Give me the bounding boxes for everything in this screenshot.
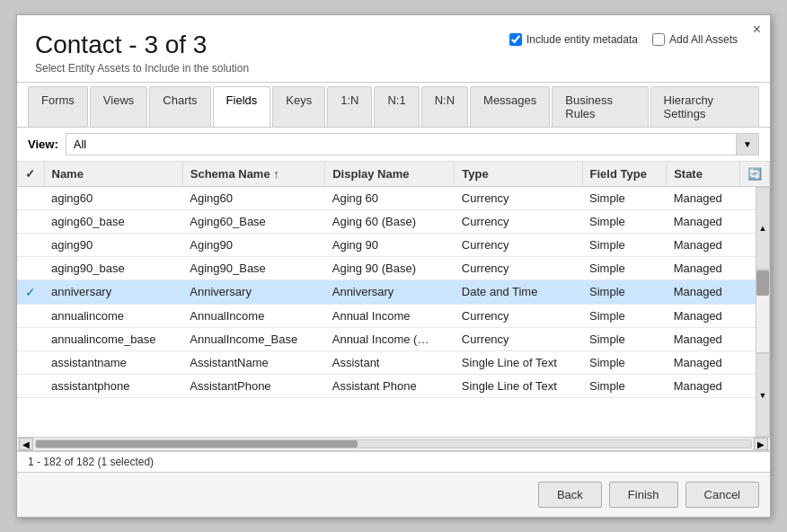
main-dialog: × Contact - 3 of 3 Select Entity Assets … [16, 14, 771, 518]
tab-n1[interactable]: N:1 [374, 86, 419, 127]
cell-schema_name: Aging60_Base [182, 209, 324, 233]
cell-name: aging90 [44, 233, 182, 256]
cell-name: assistantphone [44, 374, 182, 397]
cell-field_type: Simple [582, 374, 667, 397]
tab-hierarchy-settings[interactable]: Hierarchy Settings [650, 86, 760, 127]
table-row[interactable]: aging60_baseAging60_BaseAging 60 (Base)C… [17, 209, 770, 233]
col-state[interactable]: State [667, 162, 740, 187]
cell-display_name: Annual Income (… [325, 327, 455, 350]
table-row[interactable]: aging60Aging60Aging 60CurrencySimpleMana… [17, 186, 770, 209]
table-row[interactable]: aging90_baseAging90_BaseAging 90 (Base)C… [17, 256, 770, 279]
cell-name: anniversary [44, 279, 182, 304]
cell-type: Currency [455, 209, 582, 233]
tab-messages[interactable]: Messages [470, 86, 550, 127]
scroll-right-button[interactable]: ▶ [754, 438, 768, 450]
cell-display_name: Aging 60 [325, 186, 455, 209]
vscroll-track[interactable] [756, 270, 770, 353]
cell-type: Currency [455, 256, 582, 279]
tab-forms[interactable]: Forms [28, 86, 88, 127]
cell-display_name: Annual Income [325, 304, 455, 327]
cell-schema_name: AssistantPhone [182, 374, 324, 397]
view-select-wrapper: All ▼ [66, 133, 759, 155]
row-check[interactable] [17, 233, 44, 256]
horizontal-scrollbar[interactable]: ◀ ▶ [17, 437, 770, 451]
cell-type: Single Line of Text [455, 350, 582, 374]
hscroll-track[interactable] [35, 439, 752, 448]
finish-button[interactable]: Finish [609, 482, 678, 508]
cell-state: Managed [667, 327, 740, 350]
cell-state: Managed [667, 209, 740, 233]
tab-1n[interactable]: 1:N [327, 86, 372, 127]
table-row[interactable]: annualincome_baseAnnualIncome_BaseAnnual… [17, 327, 770, 350]
col-schema-name[interactable]: Schema Name ↑ [182, 162, 324, 187]
close-button[interactable]: × [753, 22, 761, 37]
col-name[interactable]: Name [44, 162, 182, 187]
cancel-button[interactable]: Cancel [685, 482, 759, 508]
add-all-assets-label[interactable]: Add All Assets [652, 33, 738, 46]
table-row[interactable]: annualincomeAnnualIncomeAnnual IncomeCur… [17, 304, 770, 327]
add-all-assets-checkbox[interactable] [652, 33, 665, 46]
cell-state: Managed [667, 233, 740, 256]
col-refresh[interactable]: 🔄 [740, 162, 770, 187]
tab-keys[interactable]: Keys [272, 86, 325, 127]
row-check[interactable] [17, 304, 44, 327]
tab-nn[interactable]: N:N [421, 86, 468, 127]
cell-schema_name: AnnualIncome [182, 304, 324, 327]
tab-business-rules[interactable]: Business Rules [552, 86, 648, 127]
cell-name: assistantname [44, 350, 182, 374]
fields-table: ✓ Name Schema Name ↑ Display Name Type F… [17, 162, 770, 398]
cell-field_type: Simple [582, 279, 667, 304]
cell-field_type: Simple [582, 350, 667, 374]
col-display-name[interactable]: Display Name [325, 162, 455, 187]
cell-field_type: Simple [582, 233, 667, 256]
vscroll-thumb [756, 270, 769, 295]
cell-display_name: Aging 90 (Base) [325, 256, 455, 279]
row-check[interactable] [17, 209, 44, 233]
cell-type: Currency [455, 304, 582, 327]
table-scroll-area[interactable]: ✓ Name Schema Name ↑ Display Name Type F… [17, 162, 770, 437]
cell-type: Currency [455, 186, 582, 209]
row-check[interactable]: ✓ [17, 279, 44, 304]
cell-name: aging60 [44, 186, 182, 209]
status-bar: 1 - 182 of 182 (1 selected) [17, 451, 770, 472]
cell-display_name: Aging 90 [325, 233, 455, 256]
col-check: ✓ [17, 162, 44, 187]
table-row[interactable]: assistantphoneAssistantPhoneAssistant Ph… [17, 374, 770, 397]
cell-name: aging60_base [44, 209, 182, 233]
cell-field_type: Simple [582, 304, 667, 327]
tab-fields[interactable]: Fields [213, 86, 271, 127]
scroll-down-button[interactable]: ▼ [756, 353, 770, 437]
row-check[interactable] [17, 256, 44, 279]
include-metadata-checkbox[interactable] [509, 33, 522, 46]
cell-schema_name: AssistantName [182, 350, 324, 374]
cell-display_name: Aging 60 (Base) [325, 209, 455, 233]
table-row[interactable]: aging90Aging90Aging 90CurrencySimpleMana… [17, 233, 770, 256]
cell-type: Currency [455, 327, 582, 350]
tab-charts[interactable]: Charts [149, 86, 210, 127]
cell-state: Managed [667, 279, 740, 304]
cell-state: Managed [667, 186, 740, 209]
cell-name: annualincome_base [44, 327, 182, 350]
table-row[interactable]: assistantnameAssistantNameAssistantSingl… [17, 350, 770, 374]
row-check[interactable] [17, 186, 44, 209]
table-row[interactable]: ✓anniversaryAnniversaryAnniversaryDate a… [17, 279, 770, 304]
cell-state: Managed [667, 350, 740, 374]
row-check[interactable] [17, 327, 44, 350]
scroll-up-button[interactable]: ▲ [756, 187, 770, 270]
view-select[interactable]: All [66, 133, 759, 155]
cell-type: Currency [455, 233, 582, 256]
cell-field_type: Simple [582, 209, 667, 233]
include-metadata-label[interactable]: Include entity metadata [509, 33, 638, 46]
row-check[interactable] [17, 374, 44, 397]
cell-field_type: Simple [582, 327, 667, 350]
scroll-left-button[interactable]: ◀ [19, 438, 33, 450]
col-type[interactable]: Type [455, 162, 582, 187]
back-button[interactable]: Back [538, 482, 602, 508]
tab-views[interactable]: Views [90, 86, 147, 127]
cell-schema_name: Aging90_Base [182, 256, 324, 279]
row-check[interactable] [17, 350, 44, 374]
cell-state: Managed [667, 374, 740, 397]
col-field-type[interactable]: Field Type [582, 162, 667, 187]
tabs-bar: Forms Views Charts Fields Keys 1:N N:1 N… [17, 83, 770, 128]
cell-state: Managed [667, 304, 740, 327]
